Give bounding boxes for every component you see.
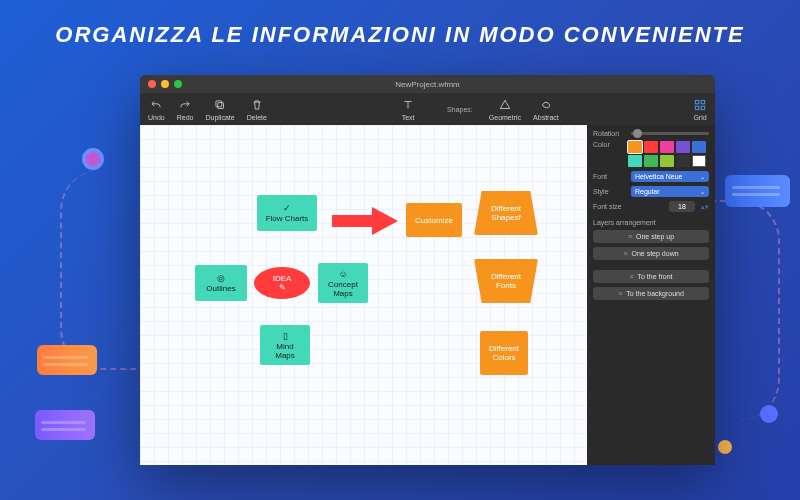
decoration-lines (41, 417, 86, 435)
svg-marker-2 (500, 100, 509, 108)
target-icon: ◎ (217, 273, 225, 283)
fontsize-label: Font size (593, 203, 627, 210)
device-icon: ▯ (283, 331, 288, 341)
pencil-icon: ✎ (279, 283, 286, 292)
style-select[interactable]: Regular ⌄ (631, 186, 709, 197)
decoration-lines (43, 352, 88, 370)
shape-label: Flow Charts (266, 214, 309, 223)
check-icon: ✓ (283, 203, 291, 213)
layer-to-back-button[interactable]: ≡To the background (593, 287, 709, 300)
svg-rect-4 (701, 100, 705, 104)
shape-different-colors[interactable]: Different Colors (480, 331, 528, 375)
shape-flow-charts[interactable]: ✓ Flow Charts (257, 195, 317, 231)
layer-step-up-button[interactable]: ≡One step up (593, 230, 709, 243)
geometric-shapes-button[interactable]: Geometric (489, 98, 521, 121)
layer-btn-label: One step down (632, 250, 679, 257)
color-swatch[interactable] (692, 155, 706, 167)
toolbar: Undo Redo Duplicate Delete Text Shapes: … (140, 93, 715, 125)
color-swatch[interactable] (660, 141, 674, 153)
grid-toggle-button[interactable]: Grid (693, 98, 707, 121)
layer-btn-label: To the background (626, 290, 684, 297)
svg-marker-7 (332, 207, 398, 235)
decoration-dot (718, 440, 732, 454)
svg-rect-0 (218, 102, 224, 108)
shapes-group-label: Shapes: (447, 106, 473, 113)
chevron-down-icon: ⌄ (700, 173, 705, 180)
shape-outlines[interactable]: ◎ Outlines (195, 265, 247, 301)
arrow-icon (330, 203, 400, 243)
rotation-slider[interactable] (631, 132, 709, 135)
shape-concept-maps[interactable]: ☺ Concept Maps (318, 263, 368, 303)
canvas[interactable]: ✓ Flow Charts ◎ Outlines IDEA ✎ ☺ Concep… (140, 125, 587, 465)
shape-label: Customize (415, 216, 453, 225)
app-window: NewProject.wfmm Undo Redo Duplicate Dele… (140, 75, 715, 465)
color-swatch[interactable] (644, 155, 658, 167)
color-swatches (628, 141, 709, 167)
geometric-label: Geometric (489, 114, 521, 121)
grid-label: Grid (693, 114, 706, 121)
duplicate-label: Duplicate (205, 114, 234, 121)
layer-btn-label: To the front (638, 273, 673, 280)
text-tool-button[interactable]: Text (401, 98, 415, 121)
svg-rect-1 (216, 100, 222, 106)
color-swatch[interactable] (660, 155, 674, 167)
shape-label: Outlines (206, 284, 235, 293)
shape-label: IDEA (273, 274, 292, 283)
hero-title: ORGANIZZA LE INFORMAZIONI IN MODO CONVEN… (0, 22, 800, 48)
color-label: Color (593, 141, 624, 148)
rotation-label: Rotation (593, 130, 627, 137)
color-swatch[interactable] (676, 141, 690, 153)
text-tool-label: Text (402, 114, 415, 121)
person-icon: ☺ (338, 269, 347, 279)
workspace: ✓ Flow Charts ◎ Outlines IDEA ✎ ☺ Concep… (140, 125, 715, 465)
shape-mind-maps[interactable]: ▯ Mind Maps (260, 325, 310, 365)
layer-step-down-button[interactable]: ≡One step down (593, 247, 709, 260)
color-swatch[interactable] (676, 155, 690, 167)
delete-label: Delete (247, 114, 267, 121)
layer-btn-label: One step up (636, 233, 674, 240)
shape-different-fonts[interactable]: Different Fonts (474, 259, 538, 303)
delete-button[interactable]: Delete (247, 98, 267, 121)
titlebar: NewProject.wfmm (140, 75, 715, 93)
undo-label: Undo (148, 114, 165, 121)
style-label: Style (593, 188, 627, 195)
chevron-down-icon: ⌄ (700, 188, 705, 195)
svg-rect-6 (701, 106, 705, 110)
font-select[interactable]: Helvetica Neue ⌄ (631, 171, 709, 182)
color-swatch[interactable] (692, 141, 706, 153)
decoration-lines (732, 182, 780, 200)
duplicate-button[interactable]: Duplicate (205, 98, 234, 121)
svg-rect-3 (695, 100, 699, 104)
svg-rect-5 (695, 106, 699, 110)
color-swatch[interactable] (644, 141, 658, 153)
fontsize-input[interactable]: 18 (669, 201, 695, 212)
layer-to-front-button[interactable]: ≡To the front (593, 270, 709, 283)
font-label: Font (593, 173, 627, 180)
style-value: Regular (635, 188, 660, 195)
inspector-panel: Rotation Color Font Helvetica Neue ⌄ Sty… (587, 125, 715, 465)
shape-label: Different Shapesf (491, 204, 521, 222)
font-value: Helvetica Neue (635, 173, 682, 180)
undo-button[interactable]: Undo (148, 98, 165, 121)
window-title: NewProject.wfmm (140, 80, 715, 89)
decoration-dot (760, 405, 778, 423)
layers-section-title: Layers arrangement (593, 219, 709, 226)
shape-label: Different Fonts (491, 272, 521, 290)
redo-button[interactable]: Redo (177, 98, 194, 121)
shape-label: Mind Maps (275, 342, 295, 360)
redo-label: Redo (177, 114, 194, 121)
abstract-shapes-button[interactable]: Abstract (533, 98, 559, 121)
decoration-dot (82, 148, 104, 170)
abstract-label: Abstract (533, 114, 559, 121)
shape-label: Concept Maps (328, 280, 358, 298)
shape-customize[interactable]: Customize (406, 203, 462, 237)
color-swatch[interactable] (628, 155, 642, 167)
color-swatch[interactable] (628, 141, 642, 153)
shape-different-shapes[interactable]: Different Shapesf (474, 191, 538, 235)
stepper-icon[interactable]: ▴▾ (701, 203, 709, 211)
shape-idea[interactable]: IDEA ✎ (254, 267, 310, 299)
shape-label: Different Colors (489, 344, 519, 362)
